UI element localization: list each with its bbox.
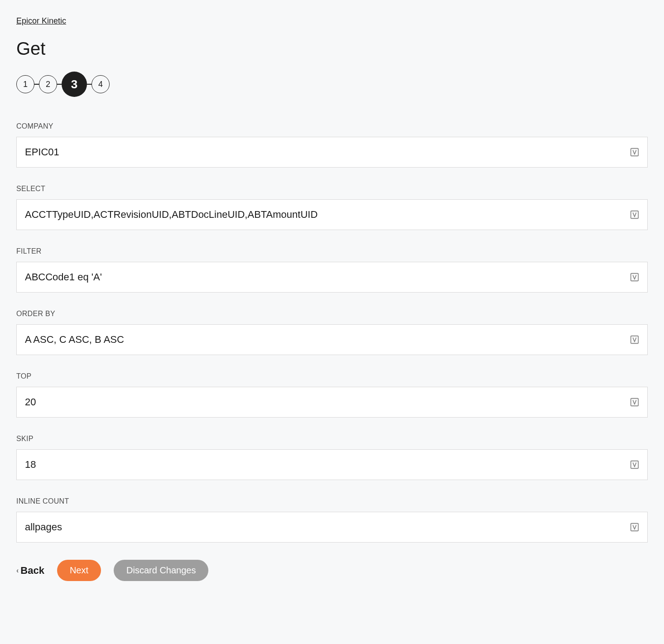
stepper: 1 2 3 4 xyxy=(16,72,648,97)
svg-rect-4 xyxy=(631,399,639,406)
svg-rect-3 xyxy=(631,336,639,344)
inlinecount-label: INLINE COUNT xyxy=(16,497,648,505)
svg-rect-5 xyxy=(631,461,639,469)
step-4[interactable]: 4 xyxy=(91,75,110,93)
top-input[interactable] xyxy=(17,387,629,417)
chevron-left-icon: ‹ xyxy=(16,567,19,575)
field-orderby: ORDER BY xyxy=(16,310,648,355)
variable-icon[interactable] xyxy=(629,209,640,220)
top-label: TOP xyxy=(16,372,648,380)
variable-icon[interactable] xyxy=(629,397,640,408)
company-input[interactable] xyxy=(17,137,629,167)
field-company: COMPANY xyxy=(16,122,648,168)
select-input[interactable] xyxy=(17,200,629,230)
back-label: Back xyxy=(20,565,44,577)
breadcrumb[interactable]: Epicor Kinetic xyxy=(16,16,66,26)
orderby-input[interactable] xyxy=(17,325,629,355)
filter-input[interactable] xyxy=(17,262,629,292)
variable-icon[interactable] xyxy=(629,522,640,533)
company-label: COMPANY xyxy=(16,122,648,130)
inlinecount-input[interactable] xyxy=(17,512,629,542)
step-connector xyxy=(57,84,62,85)
step-connector xyxy=(87,84,91,85)
svg-rect-1 xyxy=(631,211,639,219)
skip-label: SKIP xyxy=(16,435,648,443)
step-1[interactable]: 1 xyxy=(16,75,34,93)
variable-icon[interactable] xyxy=(629,272,640,283)
field-filter: FILTER xyxy=(16,247,648,293)
svg-rect-6 xyxy=(631,524,639,531)
variable-icon[interactable] xyxy=(629,147,640,158)
filter-label: FILTER xyxy=(16,247,648,255)
select-label: SELECT xyxy=(16,185,648,193)
variable-icon[interactable] xyxy=(629,334,640,345)
field-inlinecount: INLINE COUNT xyxy=(16,497,648,543)
skip-input[interactable] xyxy=(17,450,629,480)
field-top: TOP xyxy=(16,372,648,418)
step-2[interactable]: 2 xyxy=(39,75,57,93)
step-connector xyxy=(34,84,39,85)
svg-rect-2 xyxy=(631,274,639,281)
svg-rect-0 xyxy=(631,149,639,156)
variable-icon[interactable] xyxy=(629,459,640,470)
field-select: SELECT xyxy=(16,185,648,230)
orderby-label: ORDER BY xyxy=(16,310,648,318)
discard-button[interactable]: Discard Changes xyxy=(114,560,208,581)
field-skip: SKIP xyxy=(16,435,648,480)
next-button[interactable]: Next xyxy=(57,560,101,581)
page-title: Get xyxy=(16,38,648,59)
button-row: ‹ Back Next Discard Changes xyxy=(16,560,648,581)
back-button[interactable]: ‹ Back xyxy=(16,565,44,577)
step-3[interactable]: 3 xyxy=(62,72,87,97)
